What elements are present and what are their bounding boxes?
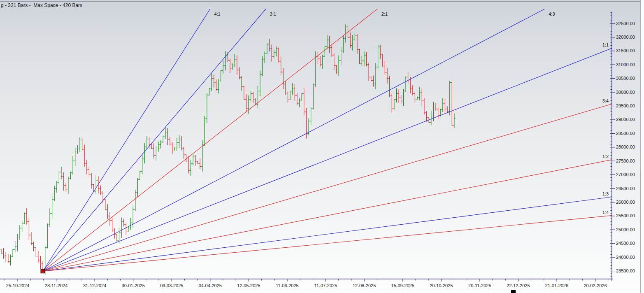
gann-label-2-1: 2:1 <box>381 12 388 16</box>
price-label: 32000.00 <box>616 35 635 40</box>
price-label: 24000.00 <box>616 255 635 260</box>
price-label: 23500.00 <box>616 268 635 273</box>
date-label: 11-07-2025 <box>309 283 342 288</box>
gann-label-1-1: 1:1 <box>597 42 609 47</box>
date-label: 04-04-2025 <box>194 283 227 288</box>
gann-label-3-4: 3:4 <box>597 98 609 103</box>
gann-line-4-1 <box>43 9 210 271</box>
price-label: 24500.00 <box>616 241 635 246</box>
price-label: 29500.00 <box>616 103 635 108</box>
scroll-marker[interactable] <box>511 290 516 293</box>
fan-origin-marker <box>41 270 45 273</box>
date-label: 03-03-2025 <box>155 283 188 288</box>
price-label: 29000.00 <box>616 117 635 122</box>
price-label: 25000.00 <box>616 227 635 232</box>
date-label: 31-12-2024 <box>78 283 111 288</box>
price-chart-canvas[interactable] <box>0 0 644 293</box>
price-label: 27000.00 <box>616 172 635 177</box>
gann-line-1-4 <box>43 216 612 272</box>
gann-label-1-2: 1:2 <box>597 154 609 159</box>
gann-fan <box>43 9 612 271</box>
date-label: 20-11-2025 <box>463 283 496 288</box>
price-label: 32500.00 <box>616 21 635 26</box>
gann-label-4-1: 4:1 <box>214 12 220 16</box>
gann-line-3-1 <box>43 9 266 271</box>
price-label: 31000.00 <box>616 62 635 67</box>
date-label: 22-12-2025 <box>502 283 535 288</box>
date-label: 28-11-2024 <box>40 283 73 288</box>
price-label: 28000.00 <box>616 144 635 149</box>
date-label: 12-08-2025 <box>348 283 381 288</box>
date-label: 21-01-2026 <box>540 283 573 288</box>
gann-label-1-3: 1:3 <box>597 191 609 196</box>
date-label: 15-09-2025 <box>386 283 419 288</box>
date-label: 12-05-2025 <box>232 283 265 288</box>
date-label: 25-10-2024 <box>1 283 34 288</box>
gann-label-3-1: 3:1 <box>270 12 276 16</box>
price-label: 31500.00 <box>616 48 635 53</box>
gann-line-2-1 <box>43 9 377 271</box>
date-label: 30-01-2025 <box>117 283 150 288</box>
gann-line-1-1 <box>43 48 612 271</box>
axes <box>0 0 615 281</box>
price-label: 30500.00 <box>616 76 635 81</box>
gann-label-1-4: 1:4 <box>597 210 609 215</box>
price-label: 26500.00 <box>616 186 635 191</box>
date-label: 20-10-2025 <box>425 283 458 288</box>
gann-line-3-4 <box>43 104 612 272</box>
price-label: 27500.00 <box>616 158 635 163</box>
price-label: 25500.00 <box>616 213 635 218</box>
price-label: 28500.00 <box>616 131 635 136</box>
price-label: 26000.00 <box>616 200 635 205</box>
right-edge-strip <box>640 0 644 293</box>
gann-label-4-3: 4:3 <box>549 12 555 16</box>
date-label: 11-06-2025 <box>271 283 304 288</box>
date-label: 20-02-2026 <box>579 283 612 288</box>
chart-window: g - 321 Bars - Max Space - 420 Bars 3250… <box>0 0 644 293</box>
gann-line-4-3 <box>43 9 544 271</box>
price-label: 30000.00 <box>616 90 635 95</box>
gann-line-1-2 <box>43 160 612 271</box>
gann-line-1-3 <box>43 197 612 272</box>
